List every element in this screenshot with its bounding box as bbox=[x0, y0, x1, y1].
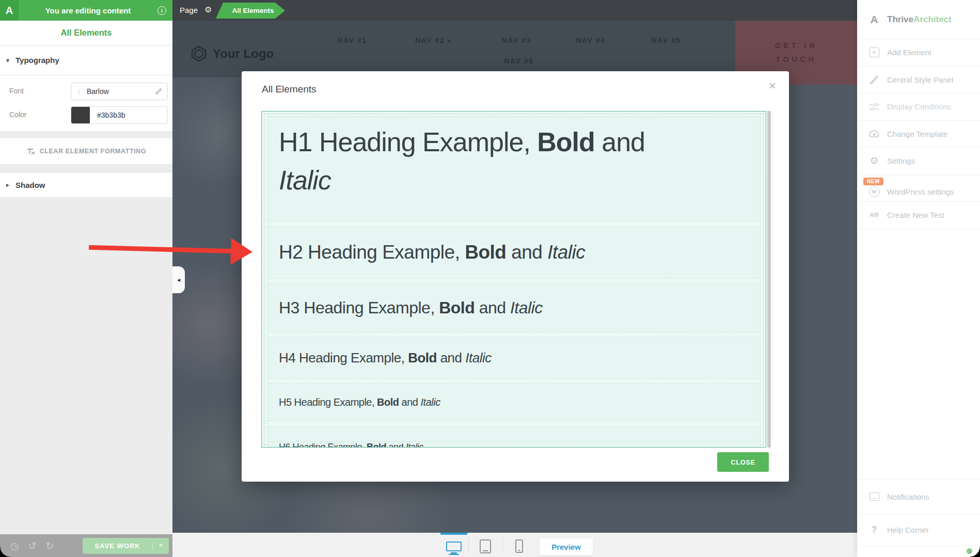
sidebar-bottom-group: Notifications ? Help Corner →] Collapse … bbox=[857, 479, 980, 557]
clear-element-formatting-button[interactable]: CLEAR ELEMENT FORMATTING bbox=[0, 138, 172, 164]
save-options-chevron-icon[interactable]: ^ bbox=[152, 543, 169, 550]
color-label: Color bbox=[9, 110, 26, 119]
sliders-icon bbox=[867, 102, 881, 112]
active-device-indicator bbox=[440, 533, 467, 535]
ab-test-icon: A/B bbox=[867, 212, 881, 218]
clear-formatting-icon bbox=[26, 148, 35, 155]
caret-down-icon: ▾ bbox=[0, 57, 15, 64]
new-badge: NEW bbox=[863, 178, 883, 185]
caret-right-icon: ▸ bbox=[0, 181, 15, 188]
sidebar-item-help-corner[interactable]: ? Help Corner bbox=[857, 514, 980, 546]
sidebar-item-wordpress-settings[interactable]: NEW W WordPress settings bbox=[857, 175, 980, 202]
editor-topbar: Page ⚙ All Elements bbox=[172, 0, 857, 21]
typography-fields: Font ⋮ Barlow Color #3b3b3b bbox=[0, 75, 172, 131]
page-breadcrumb-root: Page bbox=[180, 6, 198, 14]
preview-button[interactable]: Preview bbox=[540, 538, 593, 555]
save-toolbar: ◷ ↺ ↻ SAVE WORK ^ bbox=[0, 534, 172, 557]
panel-collapse-handle[interactable]: ◀ bbox=[172, 266, 185, 293]
nav-item-1[interactable]: NAV #1 bbox=[338, 36, 367, 44]
sidebar-item-central-style-panel[interactable]: Central Style Panel bbox=[857, 67, 980, 94]
mobile-view-button[interactable] bbox=[505, 538, 532, 554]
h1-heading-element[interactable]: H1 Heading Example, Bold and Italic bbox=[268, 116, 761, 222]
all-elements-modal: All Elements × H1 Heading Example, Bold … bbox=[242, 71, 789, 482]
h3-heading-element[interactable]: H3 Heading Example, Bold and Italic bbox=[268, 283, 761, 332]
brand-name: ThriveArchitect bbox=[887, 14, 952, 25]
sidebar-item-collapse-sidebar[interactable]: →] Collapse Sidebar bbox=[857, 546, 980, 557]
panel-title-card: All Elements bbox=[0, 21, 172, 45]
modal-title: All Elements bbox=[262, 84, 317, 95]
gear-icon: ⚙ bbox=[867, 155, 881, 167]
divider bbox=[468, 537, 469, 552]
info-icon[interactable]: i bbox=[157, 6, 166, 15]
close-icon[interactable]: × bbox=[765, 76, 780, 95]
sidebar-item-add-element[interactable]: + Add Element bbox=[857, 39, 980, 67]
font-select-input[interactable]: ⋮ Barlow bbox=[71, 83, 168, 100]
sidebar-item-display-conditions[interactable]: Display Conditions bbox=[857, 93, 980, 121]
breadcrumb-all-elements[interactable]: All Elements bbox=[216, 3, 285, 19]
undo-icon[interactable]: ↺ bbox=[28, 540, 37, 552]
h5-heading-element[interactable]: H5 Heading Example, Bold and Italic bbox=[268, 383, 761, 421]
question-icon: ? bbox=[867, 524, 881, 535]
page-settings-gear-icon[interactable]: ⚙ bbox=[204, 5, 212, 14]
site-logo-text: Your Logo bbox=[213, 46, 274, 61]
hexagon-logo-icon bbox=[191, 45, 207, 62]
h4-heading-element[interactable]: H4 Heading Example, Bold and Italic bbox=[268, 337, 761, 379]
nav-item-6[interactable]: NAV #6 bbox=[504, 57, 534, 65]
h2-heading-element[interactable]: H2 Heading Example, Bold and Italic bbox=[268, 226, 761, 279]
thrive-a-icon: A bbox=[867, 13, 881, 26]
edit-pencil-icon[interactable] bbox=[155, 88, 162, 95]
nav-item-2[interactable]: NAV #2▾ bbox=[415, 36, 451, 44]
editing-banner: A You are editing content i bbox=[0, 0, 172, 21]
brush-icon bbox=[867, 74, 881, 85]
close-button[interactable]: CLOSE bbox=[717, 452, 769, 472]
desktop-icon bbox=[446, 542, 462, 551]
main-sidebar: A ThriveArchitect + Add Element Central … bbox=[857, 0, 980, 557]
mobile-icon bbox=[515, 539, 523, 553]
color-swatch[interactable] bbox=[71, 106, 90, 124]
element-options-panel: A You are editing content i All Elements… bbox=[0, 0, 172, 557]
sidebar-item-create-new-test[interactable]: A/B Create New Test bbox=[857, 202, 980, 229]
redo-icon[interactable]: ↻ bbox=[46, 540, 54, 552]
font-label: Font bbox=[9, 87, 24, 95]
brand-row: A ThriveArchitect bbox=[857, 0, 980, 39]
plus-square-icon: + bbox=[867, 47, 881, 57]
thrive-architect-editor: Your Logo NAV #1 NAV #2▾ NAV #3 NAV #4 N… bbox=[0, 0, 980, 557]
shadow-section-header[interactable]: ▸ Shadow bbox=[0, 172, 172, 198]
grip-dots-icon: ⋮ bbox=[76, 88, 83, 96]
desktop-view-button[interactable] bbox=[440, 538, 467, 554]
nav-item-3[interactable]: NAV #3 bbox=[502, 36, 531, 44]
h6-heading-element[interactable]: H6 Heading Example, Bold and Italic bbox=[268, 426, 761, 448]
thrive-logo-icon: A bbox=[0, 0, 19, 21]
chevron-down-icon: ▾ bbox=[448, 38, 451, 44]
elements-preview-area: H1 Heading Example, Bold and Italic H2 H… bbox=[261, 111, 766, 448]
color-value: #3b3b3b bbox=[97, 111, 125, 119]
nav-item-4[interactable]: NAV #4 bbox=[576, 36, 606, 44]
site-logo[interactable]: Your Logo bbox=[191, 45, 274, 62]
divider bbox=[502, 537, 503, 552]
sidebar-item-settings[interactable]: ⚙ Settings bbox=[857, 148, 980, 175]
device-preview-bar: Preview bbox=[172, 533, 857, 557]
notifications-icon bbox=[867, 492, 881, 501]
history-icon[interactable]: ◷ bbox=[10, 540, 19, 552]
color-picker-input[interactable]: #3b3b3b bbox=[71, 106, 168, 124]
panel-title: All Elements bbox=[60, 28, 112, 38]
typography-section-header[interactable]: ▾ Typography bbox=[0, 45, 172, 75]
tablet-icon bbox=[480, 539, 491, 553]
tablet-view-button[interactable] bbox=[472, 538, 499, 554]
cloud-download-icon bbox=[867, 129, 881, 138]
editing-banner-text: You are editing content bbox=[19, 6, 157, 15]
sidebar-item-notifications[interactable]: Notifications bbox=[857, 479, 980, 514]
modal-scrollbar[interactable] bbox=[767, 111, 771, 448]
collapse-left-icon: ◀ bbox=[177, 278, 180, 282]
sidebar-item-change-template[interactable]: Change Template bbox=[857, 121, 980, 148]
screen-corner bbox=[0, 547, 10, 557]
save-work-button[interactable]: SAVE WORK ^ bbox=[83, 538, 169, 554]
font-value: Barlow bbox=[87, 87, 155, 96]
nav-item-5[interactable]: NAV #5 bbox=[652, 36, 681, 44]
wordpress-icon: W bbox=[867, 186, 881, 197]
screen-corner bbox=[970, 547, 980, 557]
